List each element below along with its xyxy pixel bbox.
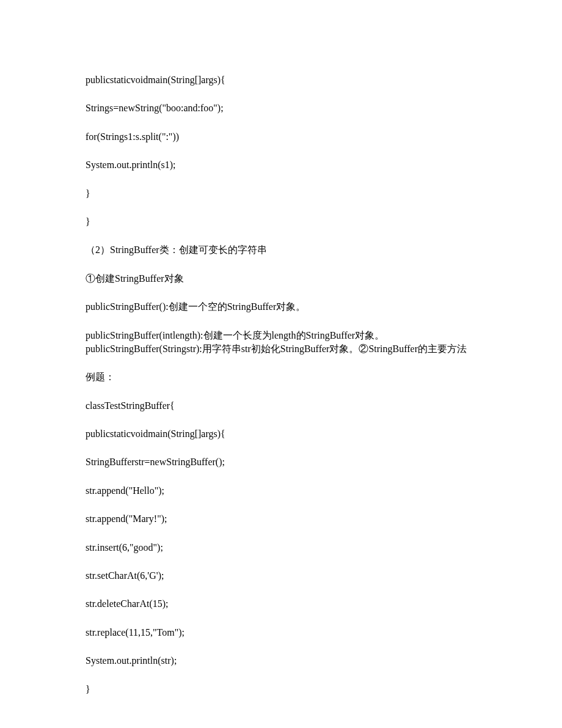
heading-line: ①创建StringBuffer对象 <box>86 272 476 285</box>
heading-line: （2）StringBuffer类：创建可变长的字符串 <box>86 243 476 257</box>
code-line: } <box>86 683 476 696</box>
code-line: for(Strings1:s.split(":")) <box>86 130 476 144</box>
text-line: publicStringBuffer():创建一个空的StringBuffer对… <box>86 300 476 314</box>
code-line: str.setCharAt(6,'G'); <box>86 569 476 583</box>
code-line: str.replace(11,15,"Tom"); <box>86 626 476 639</box>
code-line: publicstaticvoidmain(String[]args){ <box>86 73 476 87</box>
code-line: publicstaticvoidmain(String[]args){ <box>86 427 476 441</box>
document-page: publicstaticvoidmain(String[]args){ Stri… <box>0 0 562 728</box>
text-line: 例题： <box>86 370 476 384</box>
code-line: str.deleteCharAt(15); <box>86 597 476 611</box>
code-line: str.append("Mary!"); <box>86 512 476 526</box>
text-line: publicStringBuffer(intlength):创建一个长度为len… <box>86 329 476 356</box>
code-line: System.out.println(str); <box>86 654 476 667</box>
code-line: } <box>86 187 476 200</box>
code-line: } <box>86 215 476 229</box>
code-line: Strings=newString("boo:and:foo"); <box>86 101 476 115</box>
code-line: str.insert(6,"good"); <box>86 541 476 554</box>
code-line: StringBufferstr=newStringBuffer(); <box>86 455 476 469</box>
code-line: classTestStringBuffer{ <box>86 399 476 413</box>
code-line: str.append("Hello"); <box>86 484 476 498</box>
code-line: System.out.println(s1); <box>86 158 476 172</box>
